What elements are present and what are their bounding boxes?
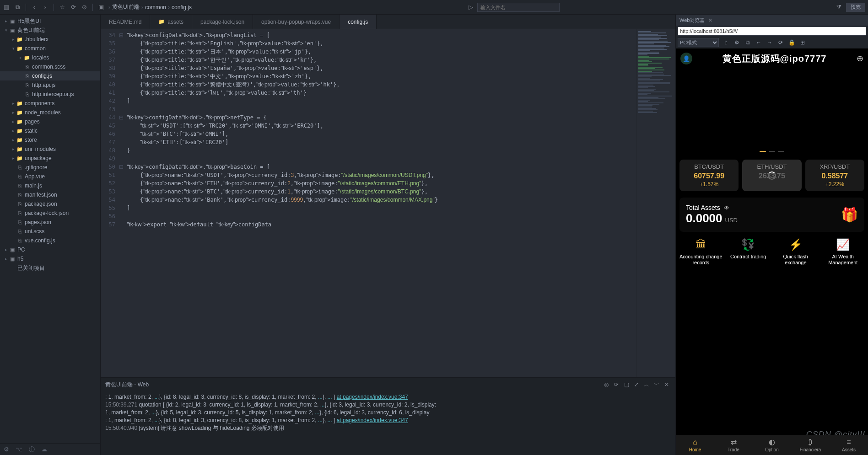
tool-icon[interactable]: ⟟ — [722, 38, 730, 47]
close-icon[interactable]: ✕ — [663, 381, 671, 388]
tree-item[interactable]: ⎘vue.config.js — [0, 236, 100, 245]
avatar-icon[interactable]: 👤 — [680, 53, 692, 64]
code-editor[interactable]: ⊟ "tk-key">configData"tk-dot">."tk-prop"… — [119, 29, 636, 377]
preview-title: Web浏览器 — [679, 17, 705, 24]
phone-preview: 👤 黄色正版源码@ipo7777 ⊕ BTC/USDT60757.99+1.57… — [676, 48, 868, 455]
editor-tab[interactable]: config.js — [340, 15, 377, 29]
reload-icon[interactable]: ⟳ — [776, 38, 785, 47]
star-icon[interactable]: ☆ — [59, 4, 66, 11]
terminal-title: 黄色UI前端 - Web — [105, 381, 149, 389]
nav-item[interactable]: ≡Assets — [830, 435, 868, 455]
term-icon[interactable]: ▢ — [622, 381, 631, 388]
tool-icon[interactable]: ⧉ — [14, 4, 21, 11]
editor-tab[interactable]: 📁assets — [150, 15, 192, 29]
line-gutter: 34 35 36 37 38 39 40 41 42 43 44 45 46 4… — [101, 29, 119, 377]
forward-icon[interactable]: › — [42, 4, 49, 11]
nav-item[interactable]: ⌂Home — [676, 435, 714, 455]
qr-icon[interactable]: ⊞ — [798, 38, 807, 47]
collapse-icon[interactable]: ︿ — [642, 381, 651, 389]
settings-icon[interactable]: ⚙ — [733, 38, 741, 47]
tree-item[interactable]: ▸📁.hbuilderx — [0, 35, 100, 44]
tool-icon[interactable]: ⧉ — [744, 38, 752, 47]
mode-select[interactable]: PC模式 — [678, 38, 719, 47]
preview-button[interactable]: 预览 — [846, 3, 865, 12]
file-search-input[interactable] — [477, 3, 560, 12]
globe-icon[interactable]: ⊕ — [857, 54, 863, 64]
tree-item[interactable]: 已关闭项目 — [0, 263, 100, 273]
term-icon[interactable]: ◎ — [602, 381, 610, 388]
assets-label: Total Assets — [686, 204, 720, 211]
nav-item[interactable]: ⇄Trade — [714, 435, 753, 455]
assets-currency: USD — [725, 217, 738, 224]
tool-icon[interactable]: ▥ — [3, 4, 10, 11]
tree-item[interactable]: ▾📁common — [0, 44, 100, 53]
tree-item[interactable]: ▸📁static — [0, 126, 100, 135]
back-icon[interactable]: ← — [755, 38, 763, 47]
carousel-dots[interactable] — [676, 151, 868, 152]
tree-item[interactable]: ⎘package-lock.json — [0, 209, 100, 218]
term-icon[interactable]: ⟳ — [612, 381, 620, 388]
explorer-sidebar: ▸▣H5黑色UI▾▣黄色UI前端▸📁.hbuilderx▾📁common▸📁lo… — [0, 15, 101, 455]
status-icon[interactable]: ⌥ — [16, 446, 22, 453]
tree-item[interactable]: ⎘pages.json — [0, 218, 100, 227]
tree-item[interactable]: ⎘common.scss — [0, 62, 100, 71]
tree-item[interactable]: ⎘.gitignore — [0, 163, 100, 172]
tree-item[interactable]: ▸📁store — [0, 135, 100, 145]
terminal-output[interactable]: : 1, market_from: 2, ...}, {id: 8, legal… — [101, 391, 675, 455]
back-icon[interactable]: ‹ — [31, 4, 38, 11]
tree-item[interactable]: ⎘http.api.js — [0, 80, 100, 90]
eye-icon[interactable]: 👁 — [724, 205, 729, 211]
tree-item[interactable]: ⎘config.js — [0, 71, 100, 80]
close-icon[interactable]: ✕ — [708, 17, 712, 23]
nav-item[interactable]: ◐Option — [753, 435, 791, 455]
minimap[interactable] — [636, 29, 675, 377]
status-icon[interactable]: ⓘ — [29, 445, 35, 454]
status-icon[interactable]: ⚙ — [4, 446, 9, 453]
terminal-panel: 黄色UI前端 - Web ◎ ⟳ ▢ ⤢ ︿ ﹀ ✕ : 1, market_f… — [101, 377, 675, 455]
ticker-card[interactable]: BTC/USDT60757.99+1.57% — [679, 160, 739, 191]
tree-item[interactable]: ▸📁unpackage — [0, 154, 100, 163]
reload-icon[interactable]: ⟳ — [70, 4, 77, 11]
tree-item[interactable]: ▸📁pages — [0, 117, 100, 126]
status-icon[interactable]: ☁ — [41, 446, 47, 453]
tree-item[interactable]: ▸▣PC — [0, 245, 100, 254]
tree-item[interactable]: ▸📁locales — [0, 53, 100, 62]
expand-icon[interactable]: ﹀ — [652, 381, 661, 389]
run-icon[interactable]: ▷ — [467, 4, 474, 11]
tree-item[interactable]: ⎘uni.scss — [0, 227, 100, 236]
tree-item[interactable]: ▸▣H5黑色UI — [0, 16, 100, 26]
action-item[interactable]: 📈AI Wealth Management — [820, 238, 867, 266]
tree-item[interactable]: ▸📁components — [0, 99, 100, 108]
tree-item[interactable]: ▸📁node_modules — [0, 108, 100, 117]
tree-item[interactable]: ▾▣黄色UI前端 — [0, 26, 100, 35]
nav-item[interactable]: ₿Financiera — [791, 435, 830, 455]
app-title: 黄色正版源码@ipo7777 — [722, 53, 827, 65]
sidebar-status: ⚙ ⌥ ⓘ ☁ — [0, 443, 100, 455]
tree-item[interactable]: ▸▣h5 — [0, 254, 100, 263]
tree-item[interactable]: ⎘App.vue — [0, 172, 100, 181]
filter-icon[interactable]: ⧩ — [835, 4, 842, 11]
editor-tab[interactable]: README.md — [101, 15, 150, 29]
ticker-card[interactable]: ETH/USDT2633.75 — [742, 160, 801, 191]
term-icon[interactable]: ⤢ — [632, 381, 641, 388]
bottom-nav: ⌂Home⇄Trade◐Option₿Financiera≡Assets — [676, 435, 868, 455]
stop-icon[interactable]: ⊘ — [81, 4, 88, 11]
tree-item[interactable]: ▸📁uni_modules — [0, 145, 100, 154]
project-icon[interactable]: ▣ — [97, 4, 105, 11]
forward-icon[interactable]: → — [766, 38, 774, 47]
lock-icon[interactable]: 🔒 — [787, 38, 796, 47]
tree-item[interactable]: ⎘manifest.json — [0, 190, 100, 199]
url-input[interactable] — [678, 27, 866, 36]
assets-card[interactable]: Total Assets👁 0.0000USD 🎁 — [679, 198, 864, 232]
editor-tab[interactable]: package-lock.json — [192, 15, 253, 29]
chest-icon: 🎁 — [841, 207, 858, 223]
tree-item[interactable]: ⎘http.interceptor.js — [0, 90, 100, 99]
action-item[interactable]: ⚡Quick flash exchange — [772, 238, 819, 266]
tree-item[interactable]: ⎘package.json — [0, 199, 100, 209]
action-item[interactable]: 💱Contract trading — [725, 238, 772, 266]
breadcrumb[interactable]: ›黄色UI前端 ›common ›config.js — [108, 3, 192, 11]
action-item[interactable]: 🏛Accounting change records — [678, 238, 724, 266]
editor-tab[interactable]: option-buy-popup-wraps.vue — [253, 15, 340, 29]
tree-item[interactable]: ⎘main.js — [0, 181, 100, 190]
ticker-card[interactable]: XRP/USDT0.58577+2.22% — [805, 160, 864, 191]
